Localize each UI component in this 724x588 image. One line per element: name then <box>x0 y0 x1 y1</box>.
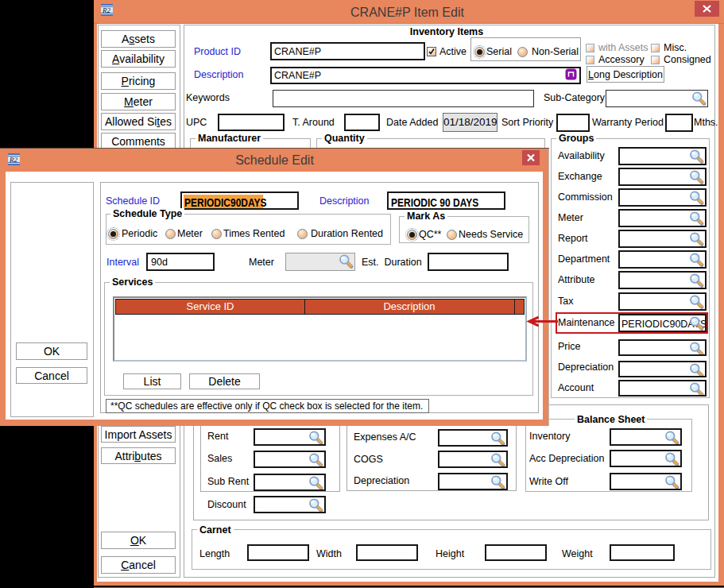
svg-text:R2: R2 <box>102 6 110 14</box>
svg-text:R2: R2 <box>9 156 17 164</box>
